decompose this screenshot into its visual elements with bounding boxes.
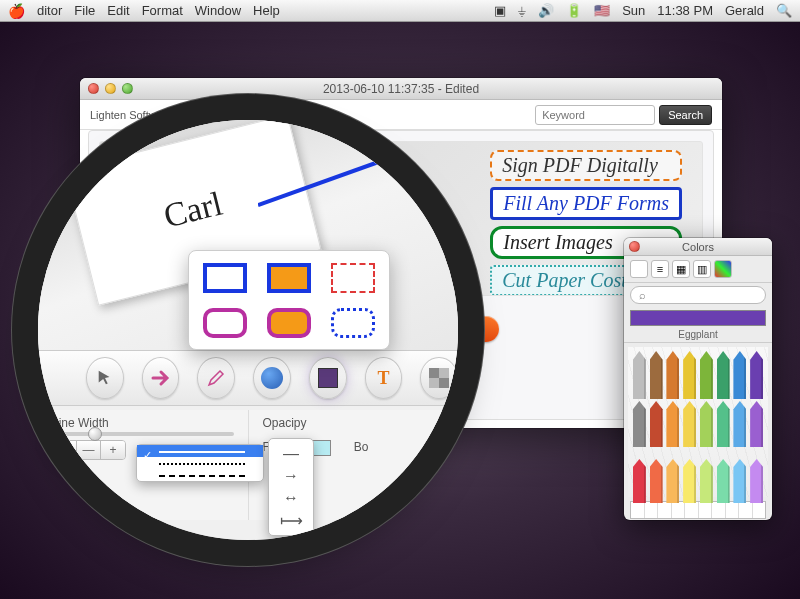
shape-roundrect-filled[interactable] xyxy=(261,304,317,341)
menu-edit[interactable]: Edit xyxy=(107,3,129,18)
swatch-well[interactable] xyxy=(726,502,740,518)
menu-format[interactable]: Format xyxy=(142,3,183,18)
tool-pencil[interactable] xyxy=(197,357,235,399)
tool-text[interactable]: T xyxy=(365,357,403,399)
crayon[interactable] xyxy=(750,401,763,447)
crayon[interactable] xyxy=(633,401,646,447)
pencil-icon xyxy=(206,368,226,388)
crayon[interactable] xyxy=(650,459,663,503)
volume-icon[interactable]: 🔊 xyxy=(538,3,554,18)
crayon[interactable] xyxy=(683,351,696,399)
colors-close-button[interactable] xyxy=(629,241,640,252)
titlebar: 2013-06-10 11:37:35 - Edited xyxy=(80,78,722,100)
shape-style-popover xyxy=(188,250,390,350)
crayon[interactable] xyxy=(633,459,646,503)
swatch-well[interactable] xyxy=(739,502,753,518)
flag-icon[interactable]: 🇺🇸 xyxy=(594,3,610,18)
menu-window[interactable]: Window xyxy=(195,3,241,18)
search-input[interactable] xyxy=(535,105,655,125)
crayon[interactable] xyxy=(700,351,713,399)
sliders-tab[interactable]: ≡ xyxy=(651,260,669,278)
shape-roundrect-outline[interactable] xyxy=(197,304,253,341)
zoom-button[interactable] xyxy=(122,83,133,94)
crayon[interactable] xyxy=(717,401,730,447)
crayon[interactable] xyxy=(650,351,663,399)
color-search-input[interactable] xyxy=(630,286,766,304)
wifi-icon[interactable]: ⏚ xyxy=(518,3,526,18)
swatch-well-row xyxy=(630,501,766,519)
clock-time[interactable]: 11:38 PM xyxy=(657,3,713,18)
crayon[interactable] xyxy=(750,351,763,399)
tool-rectangle[interactable] xyxy=(309,357,347,399)
shape-rect-outline[interactable] xyxy=(197,259,253,296)
palette-tab[interactable]: ▦ xyxy=(672,260,690,278)
stepper-plus[interactable]: + xyxy=(101,441,125,459)
crayon[interactable] xyxy=(650,401,663,447)
line-style-dotted[interactable] xyxy=(137,457,263,469)
menu-file[interactable]: File xyxy=(74,3,95,18)
close-button[interactable] xyxy=(88,83,99,94)
swatch-well[interactable] xyxy=(645,502,659,518)
line-style-solid[interactable] xyxy=(137,445,263,457)
minimize-button[interactable] xyxy=(105,83,116,94)
swatch-well[interactable] xyxy=(631,502,645,518)
line-style-dashdot[interactable] xyxy=(137,469,263,481)
swatch-well[interactable] xyxy=(672,502,686,518)
search-button[interactable]: Search xyxy=(659,105,712,125)
menu-help[interactable]: Help xyxy=(253,3,280,18)
slider-thumb[interactable] xyxy=(88,427,102,441)
stepper-minus[interactable]: − xyxy=(53,441,77,459)
line-width-stepper[interactable]: − — + xyxy=(52,440,126,460)
crayon[interactable] xyxy=(733,351,746,399)
crayon-grid xyxy=(628,347,768,497)
color-wheel-tab[interactable] xyxy=(630,260,648,278)
crayon[interactable] xyxy=(666,459,679,503)
crayon[interactable] xyxy=(666,401,679,447)
colors-panel: Colors ≡ ▦ ▥ Eggplant xyxy=(624,238,772,520)
home-link[interactable]: Lighten Software Home xyxy=(90,109,205,121)
arrow-style-both[interactable]: ↔ xyxy=(269,487,313,509)
shape-roundrect-dotted[interactable] xyxy=(325,304,381,341)
colors-title-label: Colors xyxy=(682,241,714,253)
crayon[interactable] xyxy=(750,459,763,503)
crayon[interactable] xyxy=(717,351,730,399)
current-color-swatch[interactable] xyxy=(630,310,766,326)
shape-rect-filled[interactable] xyxy=(261,259,317,296)
swatch-well[interactable] xyxy=(658,502,672,518)
crayon[interactable] xyxy=(700,459,713,503)
crayon[interactable] xyxy=(683,459,696,503)
crayon[interactable] xyxy=(717,459,730,503)
crayon[interactable] xyxy=(733,401,746,447)
swatch-well[interactable] xyxy=(685,502,699,518)
crayon[interactable] xyxy=(700,401,713,447)
battery-icon[interactable]: 🔋 xyxy=(566,3,582,18)
header-bar: Lighten Software Home Search xyxy=(80,100,722,130)
swatch-well[interactable] xyxy=(712,502,726,518)
arrow-style-dropdown: — → ↔ ⟼ xyxy=(268,438,314,536)
crayon[interactable] xyxy=(683,401,696,447)
swatch-well[interactable] xyxy=(699,502,713,518)
crayon[interactable] xyxy=(633,351,646,399)
tool-ellipse[interactable] xyxy=(253,357,291,399)
tool-select[interactable] xyxy=(86,357,124,399)
shape-rect-dashed[interactable] xyxy=(325,259,381,296)
arrow-style-line[interactable]: — xyxy=(269,443,313,465)
tool-arrow[interactable] xyxy=(142,357,180,399)
camera-icon[interactable]: ▣ xyxy=(494,3,506,18)
swatch-well[interactable] xyxy=(753,502,766,518)
crayons-tab[interactable] xyxy=(714,260,732,278)
spotlight-icon[interactable]: 🔍 xyxy=(776,3,792,18)
menubar-app[interactable]: ditor xyxy=(37,3,62,18)
user-name[interactable]: Gerald xyxy=(725,3,764,18)
clock-day[interactable]: Sun xyxy=(622,3,645,18)
crayon[interactable] xyxy=(733,459,746,503)
line-width-slider[interactable] xyxy=(52,432,234,436)
toolbar: T xyxy=(38,350,458,406)
opacity-label: Opacipy xyxy=(263,416,445,430)
apple-icon[interactable]: 🍎 xyxy=(8,3,25,19)
arrow-style-right[interactable]: → xyxy=(269,465,313,487)
crayon[interactable] xyxy=(666,351,679,399)
arrow-style-bar[interactable]: ⟼ xyxy=(269,509,313,531)
line-width-label: Line Width xyxy=(52,416,234,430)
spectrum-tab[interactable]: ▥ xyxy=(693,260,711,278)
